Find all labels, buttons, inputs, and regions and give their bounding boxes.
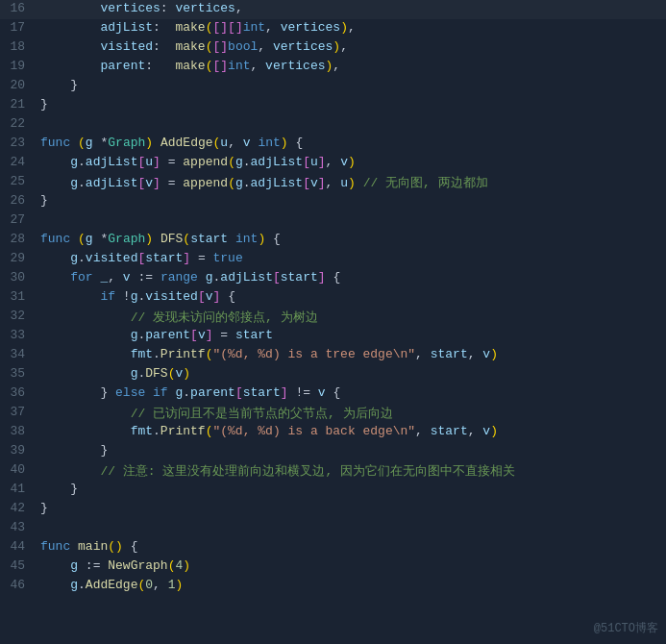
line-num-38: 38 (0, 424, 37, 438)
code-content-38: fmt.Printf("(%d, %d) is a back edge\n", … (37, 424, 666, 438)
code-line-21: 21 } (0, 96, 666, 115)
code-content-34: fmt.Printf("(%d, %d) is a tree edge\n", … (37, 347, 666, 361)
line-num-31: 31 (0, 289, 37, 304)
line-num-19: 19 (0, 59, 37, 73)
line-num-43: 43 (0, 520, 37, 534)
code-line-25: 25 g.adjList[v] = append(g.adjList[v], u… (0, 173, 666, 192)
code-line-27: 27 (0, 211, 666, 231)
code-content-17: adjList: make([][]int, vertices), (37, 20, 666, 35)
code-content-31: if !g.visited[v] { (37, 289, 666, 304)
code-line-20: 20 } (0, 77, 666, 96)
line-num-29: 29 (0, 251, 37, 265)
code-content-23: func (g *Graph) AddEdge(u, v int) { (37, 136, 666, 150)
code-content-30: for _, v := range g.adjList[start] { (37, 270, 666, 285)
line-num-24: 24 (0, 155, 37, 169)
code-line-28: 28 func (g *Graph) DFS(start int) { (0, 231, 666, 250)
code-content-20: } (37, 78, 666, 92)
line-num-20: 20 (0, 78, 37, 92)
code-line-32: 32 // 发现未访问的邻接点, 为树边 (0, 308, 666, 327)
code-line-23: 23 func (g *Graph) AddEdge(u, v int) { (0, 135, 666, 154)
code-content-18: visited: make([]bool, vertices), (37, 39, 666, 54)
line-num-28: 28 (0, 232, 37, 246)
code-editor: 16 vertices: vertices, 17 adjList: make(… (0, 0, 666, 596)
code-content-37: // 已访问且不是当前节点的父节点, 为后向边 (37, 405, 666, 422)
code-line-33: 33 g.parent[v] = start (0, 327, 666, 346)
code-line-37: 37 // 已访问且不是当前节点的父节点, 为后向边 (0, 404, 666, 423)
code-line-19: 19 parent: make([]int, vertices), (0, 58, 666, 77)
code-line-36: 36 } else if g.parent[start] != v { (0, 384, 666, 404)
line-num-39: 39 (0, 443, 37, 458)
code-content-42: } (37, 501, 666, 515)
line-num-46: 46 (0, 578, 37, 592)
code-line-44: 44 func main() { (0, 538, 666, 557)
code-content-32: // 发现未访问的邻接点, 为树边 (37, 309, 666, 326)
watermark: @51CTO博客 (594, 620, 658, 636)
line-num-16: 16 (0, 1, 37, 15)
line-num-33: 33 (0, 328, 37, 342)
code-content-41: } (37, 482, 666, 496)
code-line-43: 43 (0, 519, 666, 538)
code-line-41: 41 } (0, 481, 666, 500)
code-line-30: 30 for _, v := range g.adjList[start] { (0, 269, 666, 288)
code-line-40: 40 // 注意: 这里没有处理前向边和横叉边, 因为它们在无向图中不直接相关 (0, 461, 666, 481)
code-content-24: g.adjList[u] = append(g.adjList[u], v) (37, 155, 666, 169)
code-content-33: g.parent[v] = start (37, 328, 666, 342)
code-line-46: 46 g.AddEdge(0, 1) (0, 577, 666, 596)
code-line-26: 26 } (0, 192, 666, 211)
code-content-26: } (37, 193, 666, 208)
line-num-22: 22 (0, 116, 37, 131)
code-line-31: 31 if !g.visited[v] { (0, 288, 666, 308)
line-num-17: 17 (0, 20, 37, 35)
line-num-45: 45 (0, 558, 37, 573)
code-content-19: parent: make([]int, vertices), (37, 59, 666, 73)
code-line-22: 22 (0, 115, 666, 135)
code-content-40: // 注意: 这里没有处理前向边和横叉边, 因为它们在无向图中不直接相关 (37, 462, 666, 480)
line-num-27: 27 (0, 212, 37, 227)
code-content-28: func (g *Graph) DFS(start int) { (37, 232, 666, 246)
line-num-34: 34 (0, 347, 37, 361)
code-content-45: g := NewGraph(4) (37, 558, 666, 573)
line-num-23: 23 (0, 136, 37, 150)
line-num-42: 42 (0, 501, 37, 515)
line-num-26: 26 (0, 193, 37, 208)
code-content-44: func main() { (37, 539, 666, 554)
line-num-21: 21 (0, 97, 37, 111)
code-line-16: 16 vertices: vertices, (0, 0, 666, 19)
code-content-36: } else if g.parent[start] != v { (37, 385, 666, 400)
code-line-18: 18 visited: make([]bool, vertices), (0, 38, 666, 58)
line-num-40: 40 (0, 462, 37, 477)
line-num-18: 18 (0, 39, 37, 54)
code-line-45: 45 g := NewGraph(4) (0, 557, 666, 577)
code-line-39: 39 } (0, 442, 666, 461)
code-content-25: g.adjList[v] = append(g.adjList[v], u) /… (37, 174, 666, 191)
code-content-35: g.DFS(v) (37, 366, 666, 381)
line-num-32: 32 (0, 309, 37, 323)
code-line-29: 29 g.visited[start] = true (0, 250, 666, 269)
line-num-25: 25 (0, 174, 37, 188)
code-content-29: g.visited[start] = true (37, 251, 666, 265)
code-line-17: 17 adjList: make([][]int, vertices), (0, 19, 666, 38)
code-content-21: } (37, 97, 666, 111)
code-line-34: 34 fmt.Printf("(%d, %d) is a tree edge\n… (0, 346, 666, 365)
line-num-44: 44 (0, 539, 37, 554)
code-line-24: 24 g.adjList[u] = append(g.adjList[u], v… (0, 154, 666, 173)
line-num-36: 36 (0, 385, 37, 400)
line-num-41: 41 (0, 482, 37, 496)
code-content-16: vertices: vertices, (37, 1, 666, 15)
code-line-42: 42 } (0, 500, 666, 519)
code-line-38: 38 fmt.Printf("(%d, %d) is a back edge\n… (0, 423, 666, 442)
code-content-46: g.AddEdge(0, 1) (37, 578, 666, 592)
code-content-39: } (37, 443, 666, 458)
line-num-35: 35 (0, 366, 37, 381)
line-num-30: 30 (0, 270, 37, 285)
line-num-37: 37 (0, 405, 37, 419)
code-line-35: 35 g.DFS(v) (0, 365, 666, 384)
